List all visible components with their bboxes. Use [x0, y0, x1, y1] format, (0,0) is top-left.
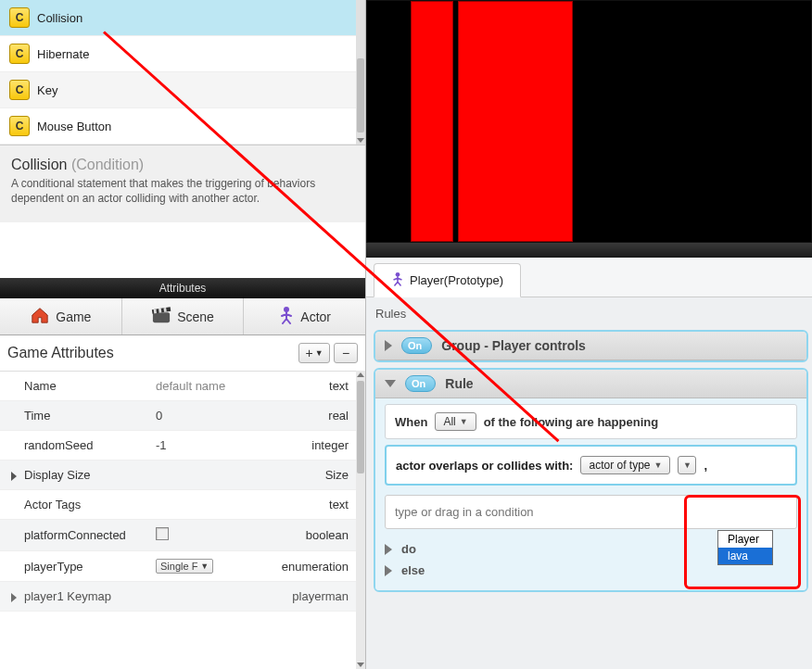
scroll-up-icon[interactable]: [357, 372, 364, 377]
condition-key[interactable]: C Key: [0, 72, 356, 108]
condition-label: Hibernate: [37, 47, 89, 61]
tab-actor[interactable]: Actor: [244, 298, 365, 334]
dropdown-option-player[interactable]: Player: [718, 531, 772, 548]
hint-name: Collision: [11, 157, 67, 172]
tab-label: Game: [56, 309, 91, 324]
clapperboard-icon: [151, 306, 171, 327]
condition-hibernate[interactable]: C Hibernate: [0, 36, 356, 72]
condition-mouse-button[interactable]: C Mouse Button: [0, 108, 356, 145]
col-header-name: Name: [7, 379, 156, 393]
hint-title: Collision (Condition): [11, 157, 354, 173]
tab-label: Actor: [300, 309, 331, 324]
svg-rect-0: [153, 312, 170, 322]
scrollbar-thumb[interactable]: [357, 381, 364, 473]
when-label: When: [395, 415, 427, 429]
group-block[interactable]: On Group - Player controls: [374, 330, 808, 362]
on-toggle[interactable]: On: [401, 337, 432, 354]
enum-select[interactable]: Single F▼: [156, 559, 213, 574]
checkbox[interactable]: [156, 527, 169, 540]
when-tail: of the following are happening: [484, 415, 659, 429]
tab-label: Scene: [177, 309, 214, 324]
remove-attribute-button[interactable]: −: [334, 343, 358, 363]
tab-game[interactable]: Game: [0, 298, 122, 334]
attr-name: Time: [7, 409, 156, 423]
attr-type: enumeration: [261, 560, 349, 574]
attr-default: -1: [156, 438, 261, 452]
attributes-table: Name default name text Time 0 real rando…: [0, 371, 356, 669]
table-row[interactable]: player1 Keymap playerman: [0, 582, 356, 612]
expand-icon[interactable]: [11, 593, 17, 602]
hint-body: A conditional statement that makes the t…: [11, 177, 326, 206]
stage-preview: [366, 0, 812, 243]
conditions-scrollbar[interactable]: [356, 0, 365, 145]
expand-icon[interactable]: [11, 472, 17, 481]
table-row[interactable]: Display Size Size: [0, 461, 356, 490]
hint-type: (Condition): [71, 157, 144, 172]
attr-type: integer: [261, 438, 349, 452]
actor-icon: [278, 306, 295, 327]
rules-label: Rules: [366, 297, 812, 326]
conditions-list: C Collision C Hibernate C Key C Mouse Bu…: [0, 0, 356, 145]
when-mode-select[interactable]: All▼: [435, 412, 476, 431]
table-row[interactable]: playerType Single F▼ enumeration: [0, 551, 356, 582]
tab-player-prototype[interactable]: Player(Prototype): [374, 263, 521, 297]
prototype-tab-row: Player(Prototype): [366, 258, 812, 297]
home-icon: [30, 306, 50, 327]
attr-type: text: [261, 498, 349, 511]
condition-label: Mouse Button: [37, 120, 111, 133]
expand-icon[interactable]: [385, 565, 392, 576]
section-title-row: Game Attributes +▼ −: [0, 335, 365, 371]
right-panel: Player(Prototype) Rules On Group - Playe…: [366, 0, 812, 669]
attr-name: Display Size: [7, 468, 156, 482]
actor-icon: [391, 271, 404, 289]
table-row[interactable]: Time 0 real: [0, 401, 356, 431]
attr-default: 0: [156, 409, 261, 423]
condition-row[interactable]: actor overlaps or collides with: actor o…: [385, 445, 797, 486]
actor-type-dropdown[interactable]: Player lava: [717, 530, 773, 565]
attribute-tabs: Game Scene Actor: [0, 298, 365, 335]
add-attribute-button[interactable]: +▼: [298, 343, 330, 363]
left-panel: C Collision C Hibernate C Key C Mouse Bu…: [0, 0, 366, 669]
attr-type: real: [261, 409, 349, 423]
hint-panel: Collision (Condition) A conditional stat…: [0, 145, 365, 222]
expand-icon[interactable]: [385, 544, 392, 555]
rule-header[interactable]: On Rule: [375, 370, 806, 398]
condition-label: Collision: [37, 11, 82, 25]
dropdown-option-lava[interactable]: lava: [718, 548, 772, 564]
condition-text: actor overlaps or collides with:: [396, 459, 573, 473]
attr-name: platformConnected: [7, 528, 156, 542]
table-row[interactable]: randomSeed -1 integer: [0, 431, 356, 461]
attr-default[interactable]: Single F▼: [156, 559, 261, 574]
actor-type-select[interactable]: ▼: [678, 456, 696, 474]
condition-input[interactable]: [385, 495, 797, 529]
do-label: do: [401, 542, 416, 556]
tab-scene[interactable]: Scene: [122, 298, 245, 334]
attr-name: player1 Keymap: [7, 589, 156, 603]
else-label: else: [401, 563, 425, 577]
col-header-default: default name: [156, 380, 261, 392]
stage-toolbar: [366, 243, 812, 258]
scroll-down-icon[interactable]: [357, 138, 364, 143]
table-row[interactable]: Actor Tags text: [0, 490, 356, 520]
attr-default[interactable]: [156, 527, 261, 543]
stage-actor: [411, 1, 453, 242]
comma: ,: [704, 459, 707, 473]
condition-collision[interactable]: C Collision: [0, 0, 356, 36]
table-header-row: Name default name text: [0, 372, 356, 401]
group-title: Group - Player controls: [441, 338, 586, 353]
condition-c-icon: C: [9, 44, 30, 64]
scroll-down-icon[interactable]: [357, 663, 364, 667]
condition-c-icon: C: [9, 80, 30, 100]
table-row[interactable]: platformConnected boolean: [0, 520, 356, 551]
collapse-icon[interactable]: [385, 340, 392, 351]
collides-with-select[interactable]: actor of type▼: [580, 456, 670, 474]
stage-actor: [458, 1, 573, 242]
attributes-scrollbar[interactable]: [356, 371, 365, 669]
collapse-icon[interactable]: [385, 380, 396, 387]
attr-name: playerType: [7, 560, 156, 574]
on-toggle[interactable]: On: [405, 375, 436, 392]
when-row: When All▼ of the following are happening: [385, 404, 797, 439]
group-header[interactable]: On Group - Player controls: [375, 332, 806, 360]
scrollbar-thumb[interactable]: [357, 58, 364, 133]
prototype-tab-label: Player(Prototype): [410, 273, 503, 287]
